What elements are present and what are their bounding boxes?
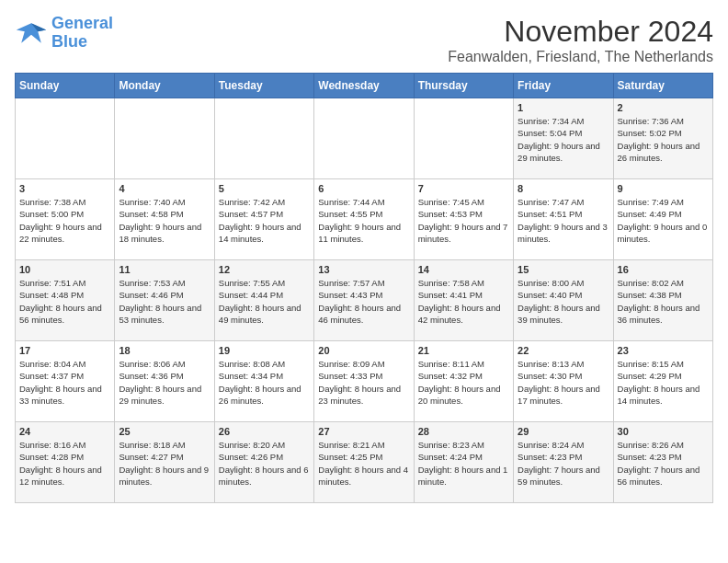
calendar-cell — [16, 98, 115, 179]
day-info: Sunrise: 7:58 AM Sunset: 4:41 PM Dayligh… — [418, 277, 509, 326]
calendar-cell: 9Sunrise: 7:49 AM Sunset: 4:49 PM Daylig… — [613, 179, 712, 260]
day-number: 2 — [618, 102, 709, 113]
calendar-cell: 25Sunrise: 8:18 AM Sunset: 4:27 PM Dayli… — [115, 422, 214, 503]
calendar-cell: 17Sunrise: 8:04 AM Sunset: 4:37 PM Dayli… — [16, 341, 115, 422]
calendar-cell: 13Sunrise: 7:57 AM Sunset: 4:43 PM Dayli… — [314, 260, 414, 341]
day-number: 4 — [119, 183, 210, 194]
day-info: Sunrise: 8:02 AM Sunset: 4:38 PM Dayligh… — [618, 277, 709, 326]
day-number: 13 — [318, 264, 409, 275]
calendar-week-4: 17Sunrise: 8:04 AM Sunset: 4:37 PM Dayli… — [16, 341, 713, 422]
weekday-friday: Friday — [514, 74, 613, 98]
day-number: 7 — [418, 183, 509, 194]
calendar-cell: 1Sunrise: 7:34 AM Sunset: 5:04 PM Daylig… — [514, 98, 613, 179]
day-number: 20 — [318, 345, 409, 356]
day-number: 9 — [618, 183, 709, 194]
logo-text: General Blue — [51, 15, 113, 52]
day-info: Sunrise: 7:49 AM Sunset: 4:49 PM Dayligh… — [618, 196, 709, 245]
day-info: Sunrise: 8:24 AM Sunset: 4:23 PM Dayligh… — [518, 439, 609, 488]
calendar-cell: 26Sunrise: 8:20 AM Sunset: 4:26 PM Dayli… — [214, 422, 313, 503]
day-info: Sunrise: 7:45 AM Sunset: 4:53 PM Dayligh… — [418, 196, 509, 245]
day-info: Sunrise: 8:15 AM Sunset: 4:29 PM Dayligh… — [618, 358, 709, 407]
day-number: 26 — [219, 426, 310, 437]
day-number: 23 — [618, 345, 709, 356]
day-number: 10 — [19, 264, 110, 275]
calendar-cell: 2Sunrise: 7:36 AM Sunset: 5:02 PM Daylig… — [613, 98, 712, 179]
calendar-cell: 6Sunrise: 7:44 AM Sunset: 4:55 PM Daylig… — [314, 179, 414, 260]
calendar-cell: 20Sunrise: 8:09 AM Sunset: 4:33 PM Dayli… — [314, 341, 414, 422]
day-info: Sunrise: 8:18 AM Sunset: 4:27 PM Dayligh… — [119, 439, 210, 488]
day-number: 15 — [518, 264, 609, 275]
calendar-cell: 11Sunrise: 7:53 AM Sunset: 4:46 PM Dayli… — [115, 260, 214, 341]
day-info: Sunrise: 7:38 AM Sunset: 5:00 PM Dayligh… — [19, 196, 110, 245]
day-info: Sunrise: 7:51 AM Sunset: 4:48 PM Dayligh… — [19, 277, 110, 326]
day-number: 28 — [418, 426, 509, 437]
day-info: Sunrise: 7:57 AM Sunset: 4:43 PM Dayligh… — [318, 277, 409, 326]
calendar-cell: 7Sunrise: 7:45 AM Sunset: 4:53 PM Daylig… — [414, 179, 513, 260]
calendar-cell: 14Sunrise: 7:58 AM Sunset: 4:41 PM Dayli… — [414, 260, 513, 341]
day-number: 27 — [318, 426, 409, 437]
day-number: 12 — [219, 264, 310, 275]
day-number: 30 — [618, 426, 709, 437]
calendar-cell: 30Sunrise: 8:26 AM Sunset: 4:23 PM Dayli… — [613, 422, 712, 503]
day-number: 21 — [418, 345, 509, 356]
day-info: Sunrise: 8:21 AM Sunset: 4:25 PM Dayligh… — [318, 439, 409, 488]
calendar-week-2: 3Sunrise: 7:38 AM Sunset: 5:00 PM Daylig… — [16, 179, 713, 260]
calendar-body: 1Sunrise: 7:34 AM Sunset: 5:04 PM Daylig… — [16, 98, 713, 503]
day-number: 22 — [518, 345, 609, 356]
day-info: Sunrise: 7:53 AM Sunset: 4:46 PM Dayligh… — [119, 277, 210, 326]
day-info: Sunrise: 8:06 AM Sunset: 4:36 PM Dayligh… — [119, 358, 210, 407]
day-info: Sunrise: 7:44 AM Sunset: 4:55 PM Dayligh… — [318, 196, 409, 245]
day-info: Sunrise: 8:20 AM Sunset: 4:26 PM Dayligh… — [219, 439, 310, 488]
calendar-cell: 23Sunrise: 8:15 AM Sunset: 4:29 PM Dayli… — [613, 341, 712, 422]
calendar-cell: 3Sunrise: 7:38 AM Sunset: 5:00 PM Daylig… — [16, 179, 115, 260]
day-info: Sunrise: 7:40 AM Sunset: 4:58 PM Dayligh… — [119, 196, 210, 245]
day-info: Sunrise: 7:55 AM Sunset: 4:44 PM Dayligh… — [219, 277, 310, 326]
weekday-thursday: Thursday — [414, 74, 513, 98]
month-title: November 2024 — [448, 15, 713, 49]
calendar-cell — [414, 98, 513, 179]
day-number: 25 — [119, 426, 210, 437]
calendar-cell: 28Sunrise: 8:23 AM Sunset: 4:24 PM Dayli… — [414, 422, 513, 503]
day-number: 17 — [19, 345, 110, 356]
day-number: 18 — [119, 345, 210, 356]
page-header: General Blue November 2024 Feanwalden, F… — [15, 15, 713, 65]
svg-marker-0 — [17, 23, 46, 43]
calendar-cell: 27Sunrise: 8:21 AM Sunset: 4:25 PM Dayli… — [314, 422, 414, 503]
calendar-cell: 15Sunrise: 8:00 AM Sunset: 4:40 PM Dayli… — [514, 260, 613, 341]
calendar-cell: 8Sunrise: 7:47 AM Sunset: 4:51 PM Daylig… — [514, 179, 613, 260]
day-number: 14 — [418, 264, 509, 275]
calendar-cell — [214, 98, 313, 179]
day-info: Sunrise: 8:23 AM Sunset: 4:24 PM Dayligh… — [418, 439, 509, 488]
calendar-header: SundayMondayTuesdayWednesdayThursdayFrid… — [16, 74, 713, 98]
weekday-tuesday: Tuesday — [214, 74, 313, 98]
day-number: 19 — [219, 345, 310, 356]
day-info: Sunrise: 7:36 AM Sunset: 5:02 PM Dayligh… — [618, 115, 709, 164]
calendar-cell: 16Sunrise: 8:02 AM Sunset: 4:38 PM Dayli… — [613, 260, 712, 341]
day-number: 6 — [318, 183, 409, 194]
title-area: November 2024 Feanwalden, Friesland, The… — [448, 15, 713, 65]
calendar-cell: 18Sunrise: 8:06 AM Sunset: 4:36 PM Dayli… — [115, 341, 214, 422]
calendar-table: SundayMondayTuesdayWednesdayThursdayFrid… — [15, 73, 713, 503]
day-number: 1 — [518, 102, 609, 113]
calendar-cell: 12Sunrise: 7:55 AM Sunset: 4:44 PM Dayli… — [214, 260, 313, 341]
day-number: 8 — [518, 183, 609, 194]
location-title: Feanwalden, Friesland, The Netherlands — [448, 49, 713, 65]
day-info: Sunrise: 7:34 AM Sunset: 5:04 PM Dayligh… — [518, 115, 609, 164]
day-info: Sunrise: 8:11 AM Sunset: 4:32 PM Dayligh… — [418, 358, 509, 407]
day-number: 11 — [119, 264, 210, 275]
day-info: Sunrise: 8:09 AM Sunset: 4:33 PM Dayligh… — [318, 358, 409, 407]
weekday-header-row: SundayMondayTuesdayWednesdayThursdayFrid… — [16, 74, 713, 98]
calendar-week-5: 24Sunrise: 8:16 AM Sunset: 4:28 PM Dayli… — [16, 422, 713, 503]
weekday-sunday: Sunday — [16, 74, 115, 98]
calendar-cell: 4Sunrise: 7:40 AM Sunset: 4:58 PM Daylig… — [115, 179, 214, 260]
day-info: Sunrise: 7:42 AM Sunset: 4:57 PM Dayligh… — [219, 196, 310, 245]
day-number: 3 — [19, 183, 110, 194]
day-info: Sunrise: 7:47 AM Sunset: 4:51 PM Dayligh… — [518, 196, 609, 245]
calendar-cell: 5Sunrise: 7:42 AM Sunset: 4:57 PM Daylig… — [214, 179, 313, 260]
calendar-cell: 21Sunrise: 8:11 AM Sunset: 4:32 PM Dayli… — [414, 341, 513, 422]
day-number: 24 — [19, 426, 110, 437]
calendar-cell: 22Sunrise: 8:13 AM Sunset: 4:30 PM Dayli… — [514, 341, 613, 422]
day-number: 5 — [219, 183, 310, 194]
day-number: 16 — [618, 264, 709, 275]
day-info: Sunrise: 8:26 AM Sunset: 4:23 PM Dayligh… — [618, 439, 709, 488]
